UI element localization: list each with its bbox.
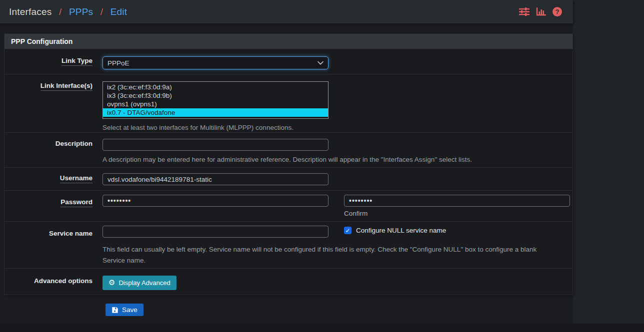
null-service-check-row[interactable]: Configure NULL service name — [344, 227, 446, 234]
link-interfaces-row: Link Interface(s) ix2 (3c:ec:ef:f3:0d:9a… — [4, 74, 572, 132]
list-option[interactable]: ix0.7 - DTAG/vodafone — [103, 108, 328, 117]
form-actions: Save — [106, 304, 144, 316]
description-help: A description may be entered here for ad… — [102, 154, 568, 165]
help-icon[interactable]: ? — [552, 7, 562, 16]
description-label: Description — [4, 133, 92, 167]
breadcrumb-separator: / — [59, 6, 62, 17]
link-type-label: Link Type — [4, 49, 92, 74]
breadcrumb-interfaces[interactable]: Interfaces — [9, 6, 52, 17]
link-interfaces-help: Select at least two interfaces for Multi… — [102, 122, 568, 133]
sliders-icon[interactable] — [519, 7, 530, 16]
ppp-configuration-panel: PPP Configuration Link Type PPPoE Link I… — [4, 33, 573, 295]
username-row: Username — [4, 167, 572, 190]
username-input[interactable] — [102, 173, 328, 185]
service-name-row: Service name Configure NULL service name… — [4, 221, 572, 268]
status-graphs-icon[interactable] — [536, 7, 546, 16]
username-label: Username — [4, 168, 92, 190]
chevron-down-icon — [318, 61, 324, 65]
save-icon — [112, 307, 118, 314]
link-interfaces-label: Link Interface(s) — [4, 74, 92, 132]
link-interfaces-listbox[interactable]: ix2 (3c:ec:ef:f3:0d:9a)ix3 (3c:ec:ef:f3:… — [102, 81, 328, 119]
advanced-options-label: Advanced options — [4, 269, 92, 295]
footer-strip — [0, 324, 644, 332]
breadcrumb-separator: / — [100, 6, 103, 17]
panel-title: PPP Configuration — [4, 34, 572, 49]
description-row: Description A description may be entered… — [4, 132, 572, 167]
page-container: Interfaces / PPPs / Edit — [0, 0, 573, 332]
breadcrumb-edit[interactable]: Edit — [110, 6, 128, 17]
password-row: Password Confirm — [4, 190, 572, 221]
null-service-checkbox[interactable] — [344, 227, 352, 234]
null-service-checkbox-label: Configure NULL service name — [356, 227, 446, 234]
save-button[interactable]: Save — [106, 304, 144, 316]
link-type-select[interactable]: PPPoE — [102, 56, 328, 69]
service-name-label: Service name — [4, 222, 92, 268]
gear-icon: ⚙ — [108, 279, 115, 287]
advanced-options-row: Advanced options ⚙ Display Advanced — [4, 268, 572, 295]
list-option[interactable]: ix2 (3c:ec:ef:f3:0d:9a) — [103, 83, 328, 91]
list-option[interactable]: ix3 (3c:ec:ef:f3:0d:9b) — [103, 91, 328, 100]
link-type-row: Link Type PPPoE — [4, 49, 572, 74]
top-navbar: Interfaces / PPPs / Edit — [0, 0, 573, 23]
save-button-label: Save — [122, 306, 138, 314]
password-confirm-input[interactable] — [344, 195, 570, 207]
list-option[interactable]: ovpns1 (ovpns1) — [103, 100, 328, 108]
display-advanced-label: Display Advanced — [118, 279, 170, 287]
service-name-input[interactable] — [102, 226, 328, 238]
password-input[interactable] — [102, 195, 328, 207]
link-type-selected-value: PPPoE — [108, 59, 318, 67]
display-advanced-button[interactable]: ⚙ Display Advanced — [102, 276, 176, 290]
breadcrumb: Interfaces / PPPs / Edit — [9, 6, 127, 17]
description-input[interactable] — [102, 139, 328, 151]
service-name-help: This field can usually be left empty. Se… — [102, 244, 555, 266]
navbar-icons: ? — [519, 7, 562, 16]
breadcrumb-ppps[interactable]: PPPs — [69, 6, 93, 17]
confirm-label: Confirm — [344, 210, 570, 217]
password-label: Password — [4, 191, 92, 221]
